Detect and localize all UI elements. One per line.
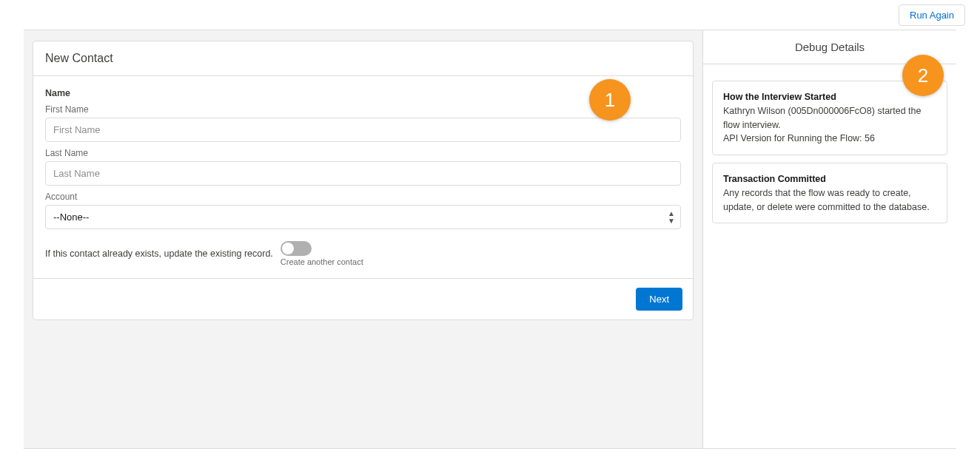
first-name-label: First Name [45,104,681,115]
card-title: New Contact [33,41,693,76]
debug-card-title: Transaction Committed [723,172,936,186]
debug-panel: 2 Debug Details How the Interview Starte… [703,30,956,448]
debug-card-line: Kathryn Wilson (005Dn000006FcO8) started… [723,104,936,132]
debug-card-line: Any records that the flow was ready to c… [723,186,936,214]
run-again-button[interactable]: Run Again [899,4,965,26]
toggle-stack: Create another contact [281,241,363,266]
callout-2: 2 [902,55,944,96]
toggle-row: If this contact already exists, update t… [45,241,681,266]
last-name-label: Last Name [45,148,681,158]
toggle-caption: Create another contact [281,257,363,266]
debug-card-title: How the Interview Started [723,90,936,104]
section-name: Name [45,88,681,98]
account-select[interactable]: --None-- [45,205,681,229]
workspace: 1 New Contact Name First Name Last Name … [24,30,956,449]
card-footer: Next [33,278,693,319]
form-card: New Contact Name First Name Last Name Ac… [33,41,694,320]
debug-card-line: API Version for Running the Flow: 56 [723,132,936,146]
debug-card-transaction-committed[interactable]: Transaction Committed Any records that t… [712,163,947,223]
next-button[interactable]: Next [636,288,682,311]
account-select-wrap: --None-- ▲▼ [45,205,681,229]
last-name-input[interactable] [45,161,681,186]
update-existing-toggle[interactable] [281,241,312,256]
form-panel: 1 New Contact Name First Name Last Name … [24,30,703,448]
account-label: Account [45,192,681,202]
topbar: Run Again [0,0,980,30]
callout-1: 1 [589,79,631,121]
toggle-knob [282,243,294,254]
first-name-input[interactable] [45,118,681,142]
toggle-text: If this contact already exists, update t… [45,248,273,259]
